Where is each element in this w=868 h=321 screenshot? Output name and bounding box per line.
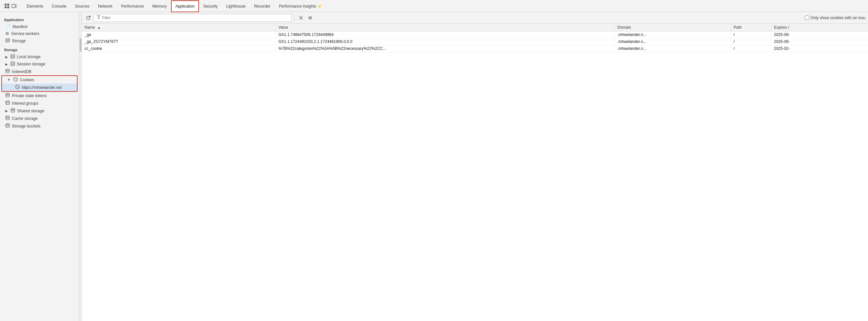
svg-point-19 [15,80,16,80]
content-toolbar: Only show cookies with an issu [82,12,868,24]
sidebar-item-session-storage[interactable]: ▶ Session storage [0,60,79,68]
table-row[interactable]: cc_cookie%7B%22categories%22%3A%5B%22nec… [82,45,868,52]
devtools-grid-icon[interactable] [4,3,10,9]
svg-point-6 [6,39,9,40]
sidebar-item-cookies-url[interactable]: https://mhwelander.net [2,84,77,91]
th-value[interactable]: Value [276,24,615,31]
sidebar-app-title: Application [0,14,79,23]
sidebar-item-shared-storage[interactable]: ▶ Shared storage [0,107,79,115]
th-expires[interactable]: Expires / [771,24,868,31]
cell-name: _ga_ZG72YM767T [82,38,276,45]
svg-point-21 [14,79,15,80]
cell-expires: 2025-09- [771,38,868,45]
tab-performance[interactable]: Performance [117,0,148,12]
cell-domain: .mhwelander.n... [615,31,731,38]
svg-point-18 [16,78,16,79]
sidebar-storage-title: Storage [0,45,79,53]
sidebar-item-local-storage[interactable]: ▶ Local storage [0,53,79,60]
th-domain[interactable]: Domain [615,24,731,31]
storage-buckets-icon [5,123,10,129]
clear-all-button[interactable] [307,15,314,21]
sidebar-item-service-workers[interactable]: ⚙ Service workers [0,30,79,37]
svg-point-15 [6,69,9,70]
tab-security[interactable]: Security [199,0,222,12]
indexeddb-icon [5,69,10,74]
only-issues-checkbox-label[interactable]: Only show cookies with an issu [805,16,865,20]
expand-arrow-session: ▶ [5,62,8,66]
th-name[interactable]: Name ▲ [82,24,276,31]
cookies-table-wrap: Name ▲ Value Domain Path E [82,24,868,321]
toolbar-right: Only show cookies with an issu [805,16,865,20]
cookies-url-icon [15,85,20,90]
tab-performance-insights[interactable]: Performance insights ⚡ [275,0,327,12]
cookies-table: Name ▲ Value Domain Path E [82,24,868,52]
svg-point-22 [16,85,20,89]
svg-point-29 [6,101,9,102]
toolbar-separator-1 [294,14,295,21]
clear-filter-button[interactable] [298,15,305,21]
tab-elements[interactable]: Elements [23,0,48,12]
th-path[interactable]: Path [731,24,771,31]
svg-point-25 [17,87,18,88]
device-toggle-icon[interactable] [11,3,17,9]
filter-input[interactable] [102,16,289,20]
sidebar-item-storage[interactable]: Storage [0,37,79,45]
table-body: _gaGA1.1.748647506.1724449994.mhwelander… [82,31,868,52]
only-issues-checkbox[interactable] [805,16,809,20]
sidebar-scrollbar[interactable] [79,12,82,321]
filter-wrap [94,14,292,22]
cell-value: GS1.1.1724481033.2.1.1724481906.0.0.0 [276,38,615,45]
svg-point-23 [17,86,17,87]
sidebar-item-private-state-tokens[interactable]: Private state tokens [0,92,79,99]
svg-rect-2 [5,6,7,8]
cell-expires: 2025-09- [771,31,868,38]
storage-icon [5,38,10,43]
tab-application[interactable]: Application [171,0,199,12]
devtools-icons [1,3,20,9]
table-row[interactable]: _gaGA1.1.748647506.1724449994.mhwelander… [82,31,868,38]
cookies-group-highlight: ▼ Cookies https://mhwelander.net [1,75,78,92]
scrollbar-thumb[interactable] [80,38,82,52]
sidebar-item-indexeddb[interactable]: IndexedDB [0,68,79,75]
sidebar-item-cookies[interactable]: ▼ Cookies [2,76,77,84]
cookies-icon [13,77,18,83]
refresh-button[interactable] [85,14,92,22]
cell-path: / [731,38,771,45]
svg-rect-3 [7,6,9,8]
cell-value: GA1.1.748647506.1724449994 [276,31,615,38]
interest-groups-icon [5,100,10,106]
tab-memory[interactable]: Memory [148,0,171,12]
sidebar-item-cache-storage[interactable]: Cache storage [0,115,79,122]
shared-storage-icon [10,108,15,114]
svg-rect-5 [16,5,17,7]
service-workers-icon: ⚙ [5,31,9,36]
tab-bar: Elements Console Sources Network Perform… [0,0,868,12]
expand-arrow-local: ▶ [5,55,8,59]
cell-expires: 2025-02- [771,45,868,52]
sort-arrow-name: ▲ [97,26,101,29]
filter-icon [97,15,101,20]
tab-recorder[interactable]: Recorder [250,0,275,12]
svg-point-26 [18,87,19,88]
svg-point-17 [14,78,15,79]
svg-point-20 [16,80,17,80]
tab-lighthouse[interactable]: Lighthouse [222,0,250,12]
svg-rect-0 [5,4,7,6]
sidebar-item-interest-groups[interactable]: Interest groups [0,99,79,107]
sidebar-item-manifest[interactable]: 📄 Manifest [0,23,79,30]
cell-name: _ga [82,31,276,38]
svg-point-27 [17,87,17,87]
tab-network[interactable]: Network [94,0,117,12]
table-header-row: Name ▲ Value Domain Path E [82,24,868,31]
session-storage-icon [10,61,15,67]
table-row[interactable]: _ga_ZG72YM767TGS1.1.1724481033.2.1.17244… [82,38,868,45]
tab-console[interactable]: Console [48,0,71,12]
cell-path: / [731,45,771,52]
main-layout: Application 📄 Manifest ⚙ Service workers… [0,12,868,321]
tab-sources[interactable]: Sources [71,0,94,12]
private-state-tokens-icon [5,93,10,98]
svg-rect-4 [12,4,15,8]
svg-point-16 [13,77,18,81]
svg-point-31 [6,116,9,117]
sidebar-item-storage-buckets[interactable]: Storage buckets [0,122,79,130]
